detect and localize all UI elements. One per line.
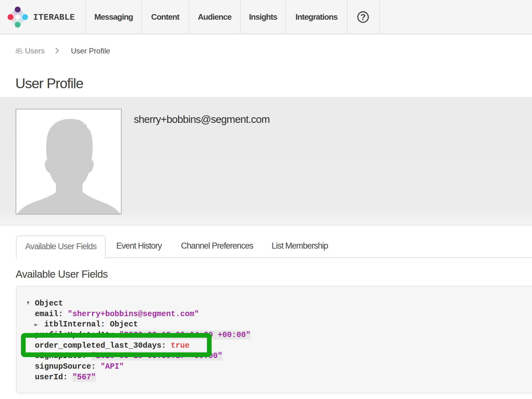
svg-text:?: ? — [360, 12, 366, 22]
